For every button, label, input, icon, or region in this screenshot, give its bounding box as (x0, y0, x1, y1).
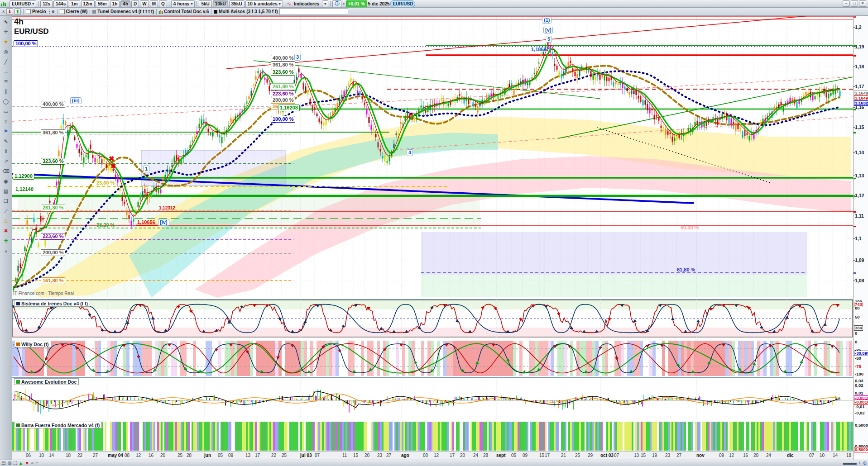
record-tool-icon[interactable]: ● (1, 246, 11, 256)
delete-tool-icon[interactable]: ✖ (1, 226, 11, 236)
magnifier-plus-icon[interactable]: ⊕ (863, 461, 867, 466)
sell-arrow-icon[interactable]: ⬇ (6, 8, 13, 15)
panel-awesome-evolution[interactable]: Awesome Evolution Doc (12, 377, 853, 419)
panel-willy-doc[interactable]: Willy Doc (t) (12, 340, 853, 376)
cierre-checkbox[interactable] (60, 9, 65, 14)
pointer-tool-icon[interactable]: ⬉ (1, 17, 11, 27)
time-tick-label: 21 (561, 453, 566, 458)
zoom-tool-icon[interactable]: ◎ (1, 47, 11, 57)
collapse-icon[interactable]: ∧ (2, 9, 5, 14)
toolbar-grip[interactable]: ⁞⁞ (7, 1, 9, 6)
flag-tool-icon[interactable]: ⚑ (1, 127, 11, 136)
expand-tool-icon[interactable]: ⇕ (1, 147, 11, 156)
price-tick-label: 1,1 (855, 236, 862, 241)
indicators-button[interactable]: Indicadores (292, 1, 321, 7)
down-marker-icon[interactable]: ▼ (25, 461, 29, 466)
timeframe-button-Q[interactable]: Q (159, 0, 167, 7)
willy-canvas[interactable] (12, 340, 853, 376)
indicators-dropdown[interactable]: ▾ (322, 0, 328, 7)
fibonacci-tool-icon[interactable]: ≣ (1, 77, 11, 86)
chart-type-icon[interactable]: ▤ (1, 461, 5, 466)
axis-level-mark (854, 226, 856, 227)
window-controls: −□✕ (843, 0, 866, 7)
zoom-in-icon[interactable]: + (858, 461, 861, 466)
unit-button-35kU[interactable]: 35kU (229, 0, 245, 7)
text-tool-icon[interactable]: T (1, 117, 11, 126)
panel-sistema-de-trenes[interactable]: Sistema de trenes Doc v4 (f f) (12, 299, 853, 338)
unit-button-5kU[interactable]: 5kU (199, 0, 211, 7)
timeframe-button-1h[interactable]: 1h (110, 0, 120, 7)
tunel-overlay-label[interactable]: Tunel Domenec v4 (t t t t t) (97, 9, 154, 14)
pair-badge[interactable]: EUR/USD (390, 0, 415, 7)
trenes-canvas[interactable] (12, 300, 853, 338)
panel-barra-fuerza[interactable]: Barra Fuerza Fondo Mercado v4 (f) (12, 421, 853, 451)
time-tick-label: ago (401, 453, 409, 458)
layers-tool-icon[interactable]: ▤ (1, 186, 11, 196)
time-tick-label: 13 (634, 453, 639, 458)
fuerza-header[interactable]: Barra Fuerza Fondo Mercado v4 (f) (14, 422, 102, 428)
eraser-tool-icon[interactable]: ⌫ (1, 166, 11, 176)
timeframe-button-56m[interactable]: 56m (96, 0, 109, 7)
hline-tool-icon[interactable]: ─ (1, 67, 11, 76)
magnet-tool-icon[interactable]: ◉ (1, 176, 11, 186)
up-marker-icon[interactable]: ▲ (19, 461, 23, 466)
timeframe-button-W[interactable]: W (140, 0, 149, 7)
current-price-tag: -0,0010 (854, 399, 868, 405)
pencil-tool-icon[interactable]: ✎ (1, 137, 11, 146)
timeframe-button-4h[interactable]: 4h (120, 0, 130, 7)
close-icon[interactable]: ✕ (859, 0, 866, 7)
timeframe-button-12m[interactable]: 12m (81, 0, 95, 7)
unit-button-10kU[interactable]: 10kU (213, 0, 228, 7)
current-price-tag: 384 (854, 325, 863, 331)
zoom-slider[interactable]: ▬▬▬ (843, 461, 857, 466)
ellipse-tool-icon[interactable]: ◯ (1, 97, 11, 106)
main-chart[interactable]: 4h EUR/USD IT-Finance.com - Tiempo Real … (12, 16, 853, 298)
willy-header[interactable]: Willy Doc (t) (14, 341, 51, 347)
symbol-select[interactable]: EURUSD▾ (10, 0, 36, 7)
axis-level-mark (854, 109, 856, 110)
current-price-tag: 743 (854, 302, 863, 307)
info-icon[interactable]: ⓘ (332, 0, 341, 7)
timeframe-select[interactable]: 4 horas▾ (171, 0, 195, 7)
fuerza-canvas[interactable] (12, 421, 853, 451)
trenes-header[interactable]: Sistema de trenes Doc v4 (f f) (14, 300, 90, 307)
trenes-scale-label: 50 (855, 314, 860, 319)
crosshair-tool-icon[interactable]: ✛ (1, 27, 11, 37)
buy-arrow-icon[interactable]: ⬆ (14, 8, 21, 15)
multi-overlay-label[interactable]: Multi Avisos (3 f 3 1,5 70 f f) (219, 9, 278, 14)
arrow-tool-icon[interactable]: ↗ (1, 157, 11, 166)
timeframe-button-12s[interactable]: 12s (40, 0, 53, 7)
trendline-tool-icon[interactable]: ╱ (1, 57, 11, 67)
timeframe-button-D[interactable]: D (131, 0, 139, 7)
time-tick-label: sept (496, 453, 506, 458)
rectangle-tool-icon[interactable]: ▭ (1, 107, 11, 116)
star-tool-icon[interactable]: ★ (1, 37, 11, 47)
measure-tool-icon[interactable]: ⟋ (1, 206, 11, 216)
add-tool-icon[interactable]: ✚ (1, 236, 11, 246)
snapshot-icon[interactable]: ⛶ (14, 461, 17, 466)
menu-icon[interactable]: ≡ (35, 461, 38, 466)
alert-tool-icon[interactable]: ⚠ (1, 216, 11, 226)
units-select[interactable]: 10 k unidades▾ (245, 0, 283, 7)
awesome-header[interactable]: Awesome Evolution Doc (14, 378, 79, 385)
overlay-input[interactable] (279, 8, 348, 15)
maximize-icon[interactable]: □ (851, 0, 858, 7)
layout-icon[interactable]: ▥ (7, 461, 11, 466)
time-tick-label: 07 (809, 453, 814, 458)
precio-checkbox[interactable] (26, 9, 31, 14)
price-axis[interactable]: 1,21,191,181,171,161,151,141,131,121,111… (853, 16, 868, 460)
control-overlay-label[interactable]: Control Total Doc v.6 (164, 9, 209, 14)
minimize-icon[interactable]: − (843, 0, 850, 7)
timeframe-button-1m[interactable]: 1m (69, 0, 80, 7)
channel-tool-icon[interactable]: ∥ (1, 87, 11, 96)
note-tool-icon[interactable]: ❏ (1, 196, 11, 206)
time-axis[interactable]: 061014182227may 04081216202528jun0509131… (12, 452, 853, 460)
list-icon[interactable]: ⋮≡ (48, 9, 55, 14)
price-chart-canvas[interactable] (12, 16, 853, 298)
timeframe-button-144s[interactable]: 144s (53, 0, 68, 7)
time-tick-label: 13 (245, 453, 250, 458)
timeframe-button-M[interactable]: M (150, 0, 158, 7)
awesome-canvas[interactable] (12, 378, 853, 419)
zoom-out-icon[interactable]: − (839, 461, 841, 466)
collapse-left-icon[interactable]: « (31, 461, 34, 466)
